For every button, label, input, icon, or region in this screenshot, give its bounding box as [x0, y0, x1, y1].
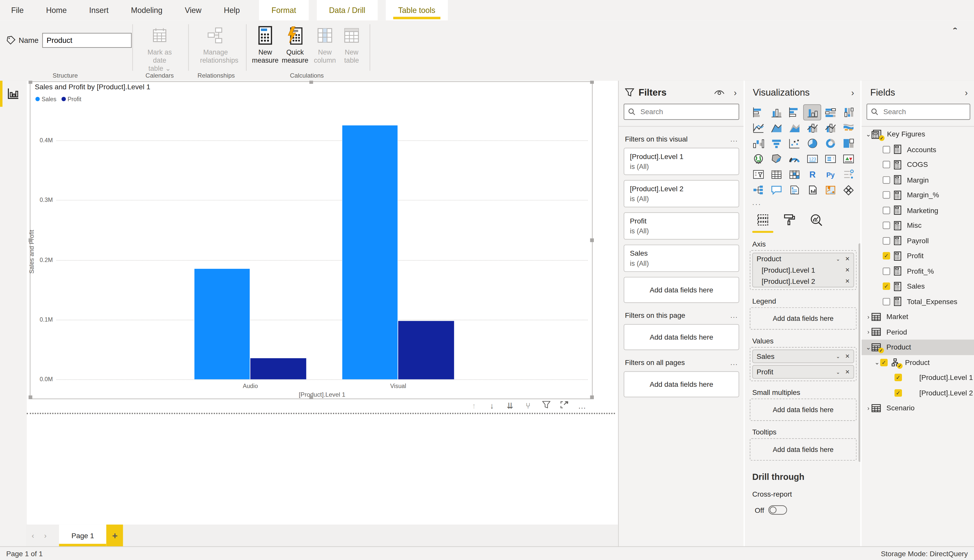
table-name-input[interactable] [42, 33, 132, 48]
chevron-down-icon[interactable]: ⌄ [836, 353, 840, 359]
ribbon-tab-table-tools[interactable]: Table tools [386, 0, 448, 20]
ribbon-tab-modeling[interactable]: Modeling [120, 0, 174, 20]
filter-card--product-level-2[interactable]: [Product].Level 2is (All) [623, 180, 739, 207]
chevron-down-icon[interactable]: ⌄ [874, 359, 880, 366]
visual-resize-handle[interactable] [590, 81, 594, 84]
new-column-button[interactable]: Newcolumn [309, 23, 340, 65]
ribbon-tab-view[interactable]: View [174, 0, 213, 20]
more-options-icon[interactable]: ... [730, 359, 738, 366]
line-and-clustered-column-chart-icon[interactable] [822, 120, 839, 135]
add-data-fields-drop-zone[interactable]: Add data fields here [752, 441, 854, 458]
field-checkbox[interactable] [883, 222, 890, 229]
visual-resize-handle[interactable] [29, 81, 32, 84]
new-page-button[interactable]: + [107, 525, 123, 546]
power-apps-visual-icon[interactable] [840, 183, 857, 198]
treemap-icon[interactable] [840, 136, 857, 151]
field-tree-item-accounts[interactable]: Accounts [862, 142, 974, 157]
analytics-tab[interactable] [809, 213, 823, 233]
field-checkbox[interactable] [883, 161, 890, 168]
chevron-down-icon[interactable]: ⌄ [865, 344, 872, 350]
visual-resize-handle[interactable] [590, 395, 594, 399]
field-checkbox[interactable] [883, 237, 890, 244]
field-checkbox[interactable] [883, 146, 890, 153]
field-tree-item--product-level-1[interactable]: ✓[Product].Level 1 [862, 370, 974, 385]
line-chart-icon[interactable] [750, 120, 767, 135]
legend-item-sales[interactable]: Sales [35, 96, 57, 102]
100-stacked-column-chart-icon[interactable] [840, 105, 857, 120]
add-data-fields-drop-zone[interactable]: Add data fields here [623, 277, 739, 303]
visual-resize-handle[interactable] [29, 238, 32, 242]
decomposition-tree-icon[interactable] [750, 183, 767, 198]
visual-resize-handle[interactable] [29, 395, 32, 399]
field-pill-sales[interactable]: Sales⌄✕ [752, 350, 854, 363]
paginated-report-icon[interactable] [804, 183, 821, 198]
chevron-down-icon[interactable]: ⌄ [865, 131, 872, 138]
remove-field-icon[interactable]: ✕ [845, 267, 850, 273]
matrix-icon[interactable] [786, 167, 803, 182]
waterfall-chart-icon[interactable] [750, 136, 767, 151]
more-options-icon[interactable]: ... [730, 135, 738, 143]
page-tab[interactable]: Page 1 [59, 525, 107, 546]
field-tree-item-sales[interactable]: ✓Sales [862, 279, 974, 294]
field-tree-item-key-figures[interactable]: ⌄✓Key Figures [862, 127, 974, 142]
manage-relationships-button[interactable]: Managerelationships [200, 23, 231, 65]
field-checkbox[interactable] [883, 298, 890, 305]
ribbon-tab-format[interactable]: Format [259, 0, 309, 20]
well-values[interactable]: Sales⌄✕Profit⌄✕ [750, 347, 857, 381]
field-tree-item-profit-[interactable]: Profit_% [862, 263, 974, 279]
next-page-icon[interactable]: › [39, 531, 52, 540]
clustered-column-chart-icon[interactable] [804, 105, 821, 120]
ribbon-tab-insert[interactable]: Insert [78, 0, 120, 20]
filter-card-sales[interactable]: Salesis (All) [623, 245, 739, 272]
stacked-column-chart-icon[interactable] [768, 105, 785, 120]
arcgis-map-icon[interactable] [822, 183, 839, 198]
well-axis[interactable]: Product⌄✕[Product].Level 1✕[Product].Lev… [750, 250, 857, 290]
fields-search-input[interactable] [882, 107, 966, 116]
field-tree-item-period[interactable]: ›Period [862, 324, 974, 340]
collapse-filters-pane-icon[interactable]: › [732, 87, 739, 97]
bar-profit-audio[interactable] [250, 358, 306, 379]
field-checkbox[interactable] [883, 176, 890, 183]
report-view-icon[interactable] [7, 88, 19, 99]
stacked-bar-chart-icon[interactable] [750, 105, 767, 120]
filters-search-input[interactable] [639, 107, 735, 116]
field-checkbox[interactable]: ✓ [895, 389, 902, 397]
field-tree-item-product[interactable]: ⌄✓✓Product [862, 355, 974, 370]
ribbon-tab-data-drill[interactable]: Data / Drill [317, 0, 378, 20]
field-tree-item-misc[interactable]: Misc [862, 218, 974, 233]
filter-icon[interactable] [541, 401, 551, 410]
chevron-right-icon[interactable]: › [865, 405, 872, 412]
field-tree-item-marketing[interactable]: Marketing [862, 203, 974, 218]
field-tree-item-product[interactable]: ⌄✓Product [862, 340, 974, 355]
chevron-right-icon[interactable]: › [865, 328, 872, 335]
area-chart-icon[interactable] [768, 120, 785, 135]
python-visual-icon[interactable]: Py [822, 167, 839, 182]
field-checkbox[interactable]: ✓ [880, 358, 887, 366]
stacked-area-chart-icon[interactable] [786, 120, 803, 135]
well-small-multiples[interactable]: Add data fields here [750, 398, 857, 421]
ribbon-tab-home[interactable]: Home [35, 0, 78, 20]
field-tree-item-margin[interactable]: Margin [862, 172, 974, 187]
scatter-chart-icon[interactable] [786, 136, 803, 151]
kpi-icon[interactable] [840, 152, 857, 167]
well-tooltips[interactable]: Add data fields here [750, 438, 857, 461]
field-checkbox[interactable] [883, 207, 890, 214]
remove-field-icon[interactable]: ✕ [845, 353, 850, 359]
multi-row-card-icon[interactable] [822, 152, 839, 167]
clustered-column-chart-visual[interactable]: Sales and Profit by [Product].Level 1 Sa… [30, 82, 593, 399]
field-pill-group-product[interactable]: Product⌄✕[Product].Level 1✕[Product].Lev… [752, 253, 854, 287]
field-tree-item-market[interactable]: ›Market [862, 309, 974, 324]
map-icon[interactable] [750, 152, 767, 167]
field-tree-item-cogs[interactable]: COGS [862, 157, 974, 172]
field-pill-profit[interactable]: Profit⌄✕ [752, 365, 854, 379]
field-tree-item-total-expenses[interactable]: Total_Expenses [862, 294, 974, 309]
new-table-button[interactable]: Newtable [336, 23, 367, 65]
gauge-icon[interactable] [786, 152, 803, 167]
visual-resize-handle[interactable] [590, 238, 594, 242]
chevron-down-icon[interactable]: ⌄ [836, 369, 840, 375]
field-checkbox[interactable]: ✓ [883, 252, 890, 260]
previous-page-icon[interactable]: ‹ [27, 531, 39, 540]
more-options-icon[interactable]: … [577, 401, 587, 410]
mark-as-date-table-button[interactable]: Mark as datetable ⌄ [144, 23, 175, 73]
remove-field-icon[interactable]: ✕ [845, 256, 850, 262]
